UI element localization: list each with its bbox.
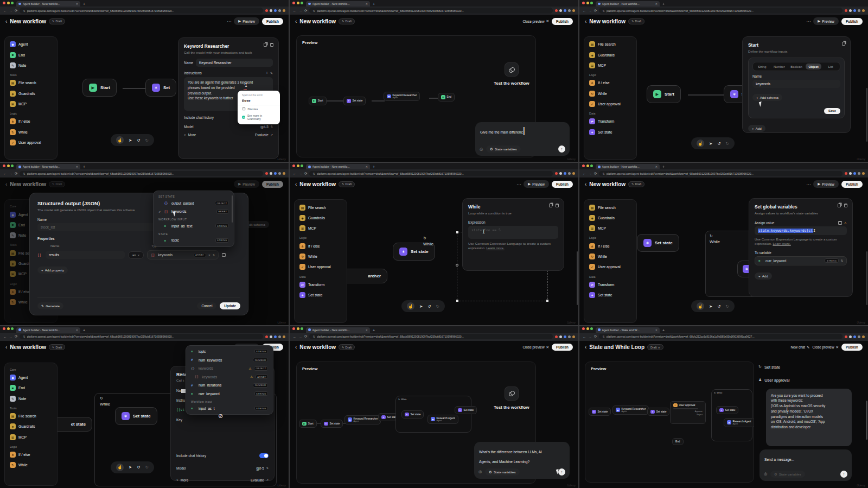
palette-item[interactable]: ⊞MCP bbox=[584, 223, 636, 233]
reload-icon[interactable]: ⟳ bbox=[15, 172, 17, 176]
redo-icon[interactable]: ↻ bbox=[726, 304, 729, 309]
address-bar[interactable]: ⇅platform.openai.com/agent-builder/edit?… bbox=[309, 8, 553, 14]
state-variables-button[interactable]: ⚙State variables bbox=[770, 471, 805, 478]
palette-item[interactable]: ⋔If / else bbox=[5, 449, 57, 460]
traffic-lights[interactable] bbox=[582, 163, 593, 169]
tab-close-icon[interactable]: ✕ bbox=[76, 328, 78, 332]
palette-item[interactable]: ✓User approval bbox=[295, 262, 347, 272]
attach-icon[interactable]: ◎ bbox=[478, 470, 482, 474]
back-icon[interactable]: ← bbox=[293, 335, 297, 339]
trash-icon[interactable] bbox=[844, 204, 848, 207]
site-info-icon[interactable]: ⇅ bbox=[312, 172, 315, 175]
state-variables-button[interactable]: ⚙State variables bbox=[485, 468, 520, 476]
forward-icon[interactable]: → bbox=[9, 335, 13, 339]
publish-button[interactable]: Publish bbox=[841, 181, 863, 188]
stepper-icon[interactable]: ⇅ bbox=[841, 259, 843, 262]
select-tool-icon[interactable]: ➤ bbox=[709, 304, 712, 309]
delete-assignment-icon[interactable] bbox=[838, 221, 842, 225]
palette-item[interactable]: ↻While bbox=[5, 127, 57, 137]
extension-icons[interactable] bbox=[555, 172, 575, 175]
palette-item[interactable]: ▤File search bbox=[584, 39, 636, 49]
set-state-node[interactable]: ∗Set state bbox=[115, 407, 157, 425]
back-icon[interactable]: ← bbox=[583, 172, 586, 175]
attach-icon[interactable]: ◎ bbox=[480, 147, 483, 151]
dropdown-item[interactable]: ≡topicSTRING bbox=[186, 347, 273, 356]
palette-item[interactable]: ◈Guardrails bbox=[5, 421, 57, 432]
back-icon[interactable]: ← bbox=[583, 335, 586, 339]
pan-tool-icon[interactable]: ☝ bbox=[407, 302, 414, 310]
browser-tab[interactable]: Agent builder - New workflo...✕ bbox=[596, 1, 660, 7]
redo-icon[interactable]: ↻ bbox=[145, 465, 149, 470]
extension-icons[interactable] bbox=[555, 9, 575, 12]
palette-item[interactable]: ◈Guardrails bbox=[295, 213, 347, 223]
palette-item[interactable]: ↻While bbox=[584, 88, 636, 99]
include-chat-history-toggle[interactable] bbox=[259, 453, 269, 459]
back-icon[interactable]: ← bbox=[3, 172, 7, 175]
reload-icon[interactable]: ⟳ bbox=[594, 334, 597, 339]
forward-icon[interactable]: → bbox=[9, 9, 13, 12]
palette-item[interactable]: ↻While bbox=[295, 251, 347, 262]
more-toggle[interactable]: More bbox=[188, 133, 196, 137]
dropdown-item[interactable]: ✓[]keywordsARRAY bbox=[154, 207, 234, 216]
dropdown-item[interactable]: ≡curr_keywordSTRING bbox=[186, 390, 273, 398]
new-tab-button[interactable]: + bbox=[83, 165, 85, 169]
delete-property-icon[interactable] bbox=[222, 253, 226, 257]
connector-port[interactable] bbox=[456, 264, 458, 267]
model-stepper-icon[interactable]: ⇅ bbox=[271, 125, 273, 128]
grammarly-suggestion[interactable]: three bbox=[238, 98, 280, 104]
new-chat-button[interactable]: New chat✎ bbox=[790, 345, 809, 350]
site-info-icon[interactable]: ⇅ bbox=[312, 335, 315, 338]
forward-icon[interactable]: → bbox=[589, 335, 592, 339]
back-chevron[interactable]: ‹ bbox=[585, 181, 586, 187]
save-button[interactable]: Save bbox=[824, 108, 840, 114]
palette-item[interactable]: ✎Note bbox=[5, 60, 57, 71]
publish-button[interactable]: Publish bbox=[841, 344, 863, 351]
property-value-field[interactable]: [] keywords ARRAY ✕ ⇅ bbox=[147, 250, 219, 259]
copy-icon[interactable] bbox=[264, 43, 267, 47]
address-bar[interactable]: ⇅platform.openai.com/agent-builder/edit?… bbox=[20, 171, 263, 177]
palette-item[interactable]: ⇄Transform bbox=[584, 116, 636, 126]
trash-icon[interactable] bbox=[556, 204, 559, 207]
variable-select[interactable]: ≡ curr_keyword STRING ⇅ bbox=[755, 256, 847, 265]
new-tab-button[interactable]: + bbox=[662, 165, 665, 169]
reload-icon[interactable]: ⟳ bbox=[15, 9, 17, 13]
select-tool-icon[interactable]: ➤ bbox=[129, 465, 132, 470]
forward-icon[interactable]: → bbox=[299, 172, 303, 175]
dropdown-item[interactable]: {}output_parsedOBJECT bbox=[154, 199, 234, 207]
dropdown-scrollbar[interactable] bbox=[232, 195, 233, 223]
address-bar[interactable]: ⇅platform.openai.com/agent-builder/edit?… bbox=[599, 171, 843, 177]
pan-tool-icon[interactable]: ☝ bbox=[697, 140, 704, 147]
copy-icon[interactable] bbox=[549, 204, 552, 207]
palette-item[interactable]: ■End bbox=[5, 49, 57, 60]
traffic-lights[interactable] bbox=[3, 0, 14, 7]
back-icon[interactable]: ← bbox=[293, 9, 297, 12]
undo-icon[interactable]: ↺ bbox=[717, 304, 720, 309]
type-tab[interactable]: Boolean bbox=[788, 64, 805, 69]
reload-icon[interactable]: ⟳ bbox=[304, 172, 307, 176]
undo-icon[interactable]: ↺ bbox=[427, 304, 431, 309]
preview-button[interactable]: ▶Preview bbox=[234, 17, 259, 25]
publish-button[interactable]: Publish bbox=[552, 18, 573, 25]
dropdown-item[interactable]: ≡topicSTRING bbox=[154, 236, 234, 245]
traffic-lights[interactable] bbox=[582, 326, 593, 333]
new-tab-button[interactable]: + bbox=[373, 165, 375, 169]
traffic-lights[interactable] bbox=[292, 0, 303, 7]
copy-icon[interactable] bbox=[838, 204, 841, 207]
back-chevron[interactable]: ‹ bbox=[5, 18, 7, 24]
extension-icons[interactable] bbox=[265, 172, 285, 175]
pan-tool-icon[interactable]: ☝ bbox=[116, 464, 124, 471]
publish-button[interactable]: Publish bbox=[841, 18, 863, 25]
stepper-icon[interactable]: ⇅ bbox=[213, 253, 215, 257]
select-tool-icon[interactable]: ➤ bbox=[419, 304, 423, 309]
back-chevron[interactable]: ‹ bbox=[295, 18, 297, 24]
tab-close-icon[interactable]: ✕ bbox=[366, 2, 368, 5]
tab-close-icon[interactable]: ✕ bbox=[76, 165, 78, 168]
more-menu-icon[interactable]: ⋯ bbox=[806, 19, 810, 24]
palette-item[interactable]: ↻While bbox=[584, 251, 636, 262]
back-icon[interactable]: ← bbox=[3, 335, 7, 339]
address-bar[interactable]: ⇅platform.openai.com/agent-builder/edit?… bbox=[20, 334, 263, 340]
set-state-node[interactable]: ∗Set bbox=[145, 79, 176, 97]
evaluate-link[interactable]: Evaluate bbox=[255, 133, 269, 137]
tab-close-icon[interactable]: ✕ bbox=[655, 2, 658, 5]
forward-icon[interactable]: → bbox=[299, 335, 303, 339]
